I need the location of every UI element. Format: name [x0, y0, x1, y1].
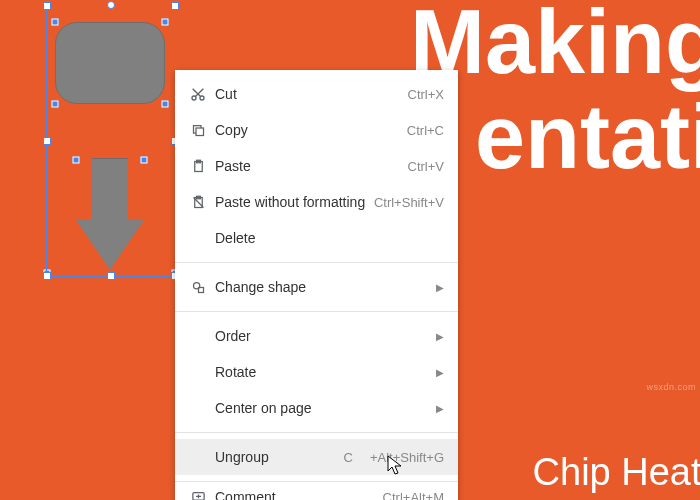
- submenu-arrow-icon: ▶: [436, 282, 444, 293]
- menu-paste[interactable]: Paste Ctrl+V: [175, 148, 458, 184]
- resize-handle-tr[interactable]: [171, 2, 179, 10]
- rotate-handle[interactable]: [107, 1, 115, 9]
- comment-icon: [187, 490, 209, 501]
- menu-rotate[interactable]: Rotate ▶: [175, 354, 458, 390]
- submenu-arrow-icon: ▶: [436, 331, 444, 342]
- title-line-2: entati: [475, 90, 700, 185]
- resize-handle-ml[interactable]: [43, 137, 51, 145]
- resize-handle-tl[interactable]: [43, 2, 51, 10]
- group-selection-box[interactable]: [46, 5, 176, 277]
- slide-canvas[interactable]: Making entati Chip Heatl TheWindowsClub: [0, 0, 700, 500]
- resize-handle-mb[interactable]: [107, 272, 115, 280]
- menu-ungroup-shortcut: C+Alt+Shift+G: [344, 450, 444, 465]
- cut-icon: [187, 86, 209, 102]
- change-shape-icon: [187, 280, 209, 295]
- menu-copy-shortcut: Ctrl+C: [407, 123, 444, 138]
- menu-cut[interactable]: Cut Ctrl+X: [175, 76, 458, 112]
- svg-point-0: [192, 96, 196, 100]
- resize-handle-bl[interactable]: [43, 272, 51, 280]
- menu-change-shape[interactable]: Change shape ▶: [175, 269, 458, 305]
- menu-paste-plain-shortcut: Ctrl+Shift+V: [374, 195, 444, 210]
- presentation-author: Chip Heatl: [533, 451, 700, 494]
- menu-cut-label: Cut: [209, 86, 408, 102]
- menu-ungroup[interactable]: Ungroup C+Alt+Shift+G: [175, 439, 458, 475]
- menu-paste-plain-label: Paste without formatting: [209, 194, 374, 210]
- menu-order[interactable]: Order ▶: [175, 318, 458, 354]
- menu-paste-shortcut: Ctrl+V: [408, 159, 444, 174]
- source-tag: wsxdn.com: [646, 382, 696, 392]
- menu-center-on-page[interactable]: Center on page ▶: [175, 390, 458, 426]
- menu-change-shape-label: Change shape: [209, 279, 436, 295]
- menu-paste-without-formatting[interactable]: Paste without formatting Ctrl+Shift+V: [175, 184, 458, 220]
- context-menu: Cut Ctrl+X Copy Ctrl+C Paste Ctrl+V Past…: [175, 70, 458, 500]
- menu-ungroup-label: Ungroup: [209, 449, 344, 465]
- paste-icon: [187, 159, 209, 174]
- menu-comment-shortcut: Ctrl+Alt+M: [383, 490, 444, 501]
- paste-plain-icon: [187, 195, 209, 210]
- submenu-arrow-icon: ▶: [436, 367, 444, 378]
- menu-rotate-label: Rotate: [209, 364, 436, 380]
- menu-copy-label: Copy: [209, 122, 407, 138]
- menu-comment[interactable]: Comment Ctrl+Alt+M: [175, 488, 458, 500]
- menu-order-label: Order: [209, 328, 436, 344]
- menu-cut-shortcut: Ctrl+X: [408, 87, 444, 102]
- menu-paste-label: Paste: [209, 158, 408, 174]
- menu-copy[interactable]: Copy Ctrl+C: [175, 112, 458, 148]
- menu-center-label: Center on page: [209, 400, 436, 416]
- submenu-arrow-icon: ▶: [436, 403, 444, 414]
- menu-separator: [175, 311, 458, 312]
- menu-delete[interactable]: Delete: [175, 220, 458, 256]
- svg-point-1: [200, 96, 204, 100]
- menu-delete-label: Delete: [209, 230, 444, 246]
- copy-icon: [187, 123, 209, 138]
- menu-separator: [175, 481, 458, 482]
- svg-rect-2: [196, 128, 204, 136]
- menu-separator: [175, 432, 458, 433]
- menu-separator: [175, 262, 458, 263]
- menu-comment-label: Comment: [209, 489, 383, 500]
